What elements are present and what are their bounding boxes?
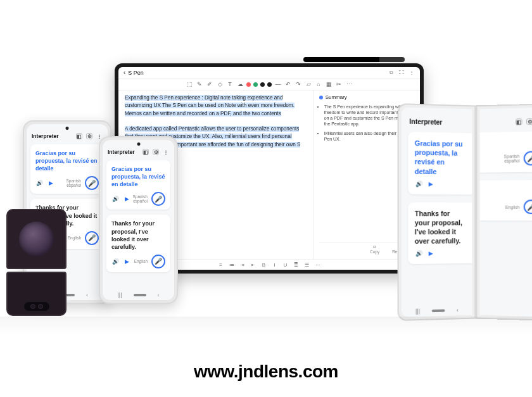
ft-bold-icon[interactable]: B (261, 262, 267, 268)
back-label: S Pen (128, 70, 144, 76)
color-black-2[interactable] (267, 82, 272, 87)
footer-url: www.jndlens.com (0, 362, 532, 382)
source-lang-1: Spanish (66, 179, 82, 183)
ft-more-icon[interactable]: ⋯ (315, 262, 321, 268)
ft-italic-icon[interactable]: I (272, 262, 278, 268)
ft-outdent-icon[interactable]: ⇤ (250, 262, 256, 268)
home-button[interactable] (134, 294, 146, 296)
interpreter-title: Interpreter (409, 118, 442, 126)
mic-button-source[interactable]: 🎤 (524, 151, 532, 166)
mic-button-source[interactable]: 🎤 (85, 176, 99, 190)
play-icon[interactable]: ▶ (123, 195, 130, 203)
fold-device: Interpreter Gracias por su propuesta, la… (399, 103, 532, 321)
ft-underline-icon[interactable]: U (282, 262, 289, 268)
topbar-right-icons: ⧉ ⛶ ⋮ (388, 70, 415, 76)
source-card: Gracias por su propuesta, la revisé en d… (106, 160, 170, 210)
play-icon[interactable]: ▶ (427, 249, 434, 258)
target-text: Thanks for your proposal, I've looked it… (111, 220, 165, 251)
flip-camera-module (24, 302, 49, 311)
interpreter-title: Interpreter (108, 149, 135, 155)
android-navbar: ||| ‹ (402, 305, 472, 317)
interpreter-title: Interpreter (32, 133, 59, 139)
ft-list-icon[interactable]: ≡ (218, 262, 224, 268)
phone-device-2: Interpreter ◧ ⚙ ⋮ Gracias por su propues… (99, 136, 178, 304)
highlighter-icon[interactable]: ✐ (206, 80, 213, 88)
summary-title: Summary (326, 94, 347, 100)
pencil-icon[interactable]: ✎ (196, 80, 203, 88)
float-icon[interactable]: ◧ (516, 118, 522, 125)
source-card: Gracias por su propuesta, la revisé en d… (30, 144, 104, 194)
float-icon[interactable]: ◧ (76, 133, 82, 139)
camera-lens-icon (30, 304, 35, 309)
image-icon[interactable]: ▦ (325, 80, 332, 88)
source-lang-2: español (66, 183, 82, 187)
reader-icon[interactable]: ⧉ (388, 70, 395, 76)
ft-align2-icon[interactable]: ☰ (304, 262, 310, 268)
line-icon[interactable]: — (274, 80, 282, 88)
target-lang-1: English (68, 236, 81, 240)
flip-phone-device (6, 209, 66, 320)
back-button[interactable]: ‹ S Pen (124, 69, 144, 76)
undo-icon[interactable]: ↶ (284, 80, 292, 88)
settings-icon[interactable]: ⚙ (86, 133, 92, 139)
shape-icon[interactable]: ▱ (305, 80, 312, 88)
recents-button[interactable]: ||| (117, 292, 122, 298)
speaker-icon[interactable]: 🔊 (111, 195, 119, 203)
target-card: Thanks for your proposal, I've looked it… (106, 215, 170, 272)
recents-button[interactable]: ||| (415, 308, 420, 315)
mic-button-target[interactable]: 🎤 (85, 231, 99, 245)
source-text: Gracias por su propuesta, la revisé en d… (111, 165, 165, 188)
back-button-nav[interactable]: ‹ (457, 307, 459, 313)
copy-icon: ⧉ (370, 244, 379, 249)
back-button-nav[interactable]: ‹ (158, 292, 160, 298)
tablet-toolbar: ⬚ ✎ ✐ ◇ T ☁ — ↶ ↷ ▱ ⌂ ▦ ✂ ⋯ (118, 79, 420, 91)
color-red[interactable] (246, 82, 251, 87)
note-paragraph-1: Expanding the S Pen experience : Digital… (125, 95, 294, 117)
ft-ol-icon[interactable]: ≔ (229, 262, 235, 268)
play-icon[interactable]: ▶ (427, 180, 434, 187)
more-icon[interactable]: ⋯ (345, 80, 353, 88)
ft-align-icon[interactable]: ≣ (293, 262, 300, 268)
punch-hole-camera (66, 127, 69, 130)
back-button-nav[interactable]: ‹ (86, 292, 88, 298)
home-button[interactable] (432, 309, 445, 312)
expand-icon[interactable]: ⛶ (398, 70, 405, 76)
cloud-icon[interactable]: ☁ (236, 80, 244, 88)
speaker-icon[interactable]: 🔊 (415, 180, 423, 188)
source-card: Gracias por su propuesta, la revisé en d… (408, 132, 472, 194)
settings-icon[interactable]: ⚙ (526, 118, 532, 125)
speaker-icon[interactable]: 🔊 (415, 249, 423, 258)
source-text: Gracias por su propuesta, la revisé en d… (35, 149, 99, 172)
flip-wallpaper-ring (19, 222, 54, 256)
color-black[interactable] (260, 82, 265, 87)
settings-icon[interactable]: ⚙ (153, 149, 159, 155)
speaker-icon[interactable]: 🔊 (35, 179, 43, 187)
mic-button-target[interactable]: 🎤 (151, 255, 165, 268)
text-icon[interactable]: T (226, 80, 234, 88)
play-icon[interactable]: ▶ (47, 179, 54, 187)
mic-button-source[interactable]: 🎤 (151, 192, 165, 206)
punch-hole-camera (137, 142, 140, 146)
pointer-icon[interactable]: ⬚ (186, 80, 193, 88)
speaker-icon[interactable]: 🔊 (111, 258, 119, 265)
camera-lens-icon (38, 304, 43, 309)
ft-indent-icon[interactable]: ⇥ (239, 262, 246, 268)
source-card-right: . Spanish español 🎤 (480, 131, 532, 173)
mic-button-target[interactable]: 🎤 (524, 200, 532, 215)
play-icon[interactable]: ▶ (123, 258, 130, 265)
android-navbar: ||| ‹ (103, 290, 174, 300)
menu-dots-icon[interactable]: ⋮ (163, 149, 169, 155)
chevron-left-icon: ‹ (124, 69, 125, 76)
flip-bottom-half (6, 272, 66, 316)
target-text: Thanks for your proposal, I've looked it… (415, 208, 466, 246)
copy-button[interactable]: ⧉ Copy (370, 244, 379, 254)
float-icon[interactable]: ◧ (142, 149, 149, 155)
redo-icon[interactable]: ↷ (294, 80, 302, 88)
summary-dot-icon (319, 96, 323, 99)
color-green[interactable] (253, 82, 258, 87)
clip-icon[interactable]: ✂ (335, 80, 343, 88)
target-card-right: . English 🎤 (480, 180, 532, 221)
eraser-icon[interactable]: ◇ (216, 80, 224, 88)
lock-icon[interactable]: ⌂ (315, 80, 322, 88)
menu-dots-icon[interactable]: ⋮ (408, 70, 415, 76)
